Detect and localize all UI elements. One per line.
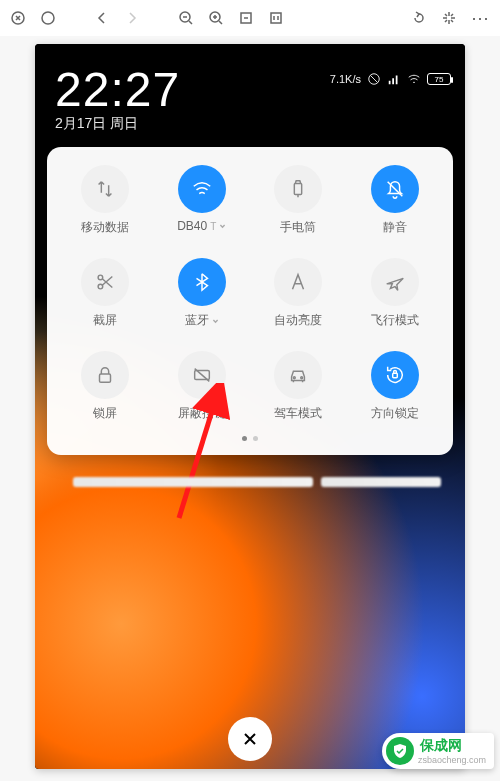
sparkle-icon[interactable] — [441, 10, 457, 26]
auto-bright-icon[interactable] — [274, 258, 322, 306]
svg-point-1 — [42, 12, 54, 24]
blurred-text — [73, 477, 313, 487]
pager-dot — [253, 436, 258, 441]
net-rate: 7.1K/s — [330, 73, 361, 85]
blurred-text — [321, 477, 441, 487]
rotation-lock-icon[interactable] — [371, 351, 419, 399]
zoom-in-icon[interactable] — [208, 10, 224, 26]
lock-header: 22:27 2月17日 周日 7.1K/s 75 — [35, 44, 465, 139]
phone-stage: 22:27 2月17日 周日 7.1K/s 75 移动数据DB40T手电筒静音截… — [35, 44, 465, 769]
lock-icon[interactable] — [81, 351, 129, 399]
signal-icon — [387, 72, 401, 86]
svg-point-12 — [294, 377, 296, 379]
tile-label: 锁屏 — [93, 405, 117, 422]
watermark-brand: 保成网 — [420, 737, 486, 755]
svg-point-8 — [98, 275, 103, 280]
tile-bluetooth[interactable]: 蓝牙 — [154, 258, 251, 329]
tile-screenshot[interactable]: 截屏 — [57, 258, 154, 329]
tile-label: 移动数据 — [81, 219, 129, 236]
quick-settings-grid: 移动数据DB40T手电筒静音截屏蓝牙自动亮度飞行模式锁屏屏蔽按键驾车模式方向锁定 — [57, 165, 443, 422]
tile-label: 手电筒 — [280, 219, 316, 236]
chevron-down-icon — [219, 219, 226, 233]
actual-size-icon[interactable] — [268, 10, 284, 26]
status-bar: 7.1K/s 75 — [330, 72, 451, 86]
chevron-down-icon — [212, 314, 219, 328]
mute-icon[interactable] — [371, 165, 419, 213]
svg-rect-5 — [271, 13, 281, 23]
shield-check-icon — [386, 737, 414, 765]
svg-rect-14 — [392, 373, 397, 378]
close-circle-icon[interactable] — [10, 10, 26, 26]
screenshot-icon[interactable] — [81, 258, 129, 306]
zoom-out-icon[interactable] — [178, 10, 194, 26]
tile-airplane[interactable]: 飞行模式 — [347, 258, 444, 329]
forward-icon[interactable] — [124, 10, 140, 26]
svg-rect-7 — [295, 184, 302, 195]
tile-block-keys[interactable]: 屏蔽按键 — [154, 351, 251, 422]
tile-wifi[interactable]: DB40T — [154, 165, 251, 236]
quick-settings-panel: 移动数据DB40T手电筒静音截屏蓝牙自动亮度飞行模式锁屏屏蔽按键驾车模式方向锁定 — [47, 147, 453, 455]
tile-rotation-lock[interactable]: 方向锁定 — [347, 351, 444, 422]
close-button[interactable] — [228, 717, 272, 761]
flashlight-icon[interactable] — [274, 165, 322, 213]
block-keys-icon[interactable] — [178, 351, 226, 399]
pager-dot-active — [242, 436, 247, 441]
svg-rect-10 — [100, 374, 111, 382]
tile-mute[interactable]: 静音 — [347, 165, 444, 236]
tile-label: 自动亮度 — [274, 312, 322, 329]
lock-time: 22:27 — [55, 62, 445, 117]
tile-label: 静音 — [383, 219, 407, 236]
airplane-icon[interactable] — [371, 258, 419, 306]
rotate-icon[interactable] — [411, 10, 427, 26]
tile-label: DB40T — [177, 219, 226, 233]
tile-mobile-data[interactable]: 移动数据 — [57, 165, 154, 236]
tile-flashlight[interactable]: 手电筒 — [250, 165, 347, 236]
drive-mode-icon[interactable] — [274, 351, 322, 399]
wifi-icon[interactable] — [178, 165, 226, 213]
wifi-status-icon — [407, 72, 421, 86]
tile-label: 截屏 — [93, 312, 117, 329]
mobile-data-icon[interactable] — [81, 165, 129, 213]
lock-date: 2月17日 周日 — [55, 115, 445, 133]
fit-icon[interactable] — [238, 10, 254, 26]
svg-point-13 — [301, 377, 303, 379]
tile-drive-mode[interactable]: 驾车模式 — [250, 351, 347, 422]
watermark-url: zsbaocheng.com — [418, 755, 486, 765]
svg-point-9 — [98, 284, 103, 289]
tile-label: 蓝牙 — [185, 312, 219, 329]
viewer-toolbar: ⋯ — [0, 0, 500, 36]
bluetooth-icon[interactable] — [178, 258, 226, 306]
tile-auto-bright[interactable]: 自动亮度 — [250, 258, 347, 329]
pager — [57, 436, 443, 441]
tile-label: 驾车模式 — [274, 405, 322, 422]
watermark: 保成网 zsbaocheng.com — [382, 733, 494, 769]
nosim-icon — [367, 72, 381, 86]
tile-label: 方向锁定 — [371, 405, 419, 422]
battery-indicator: 75 — [427, 73, 451, 85]
more-icon[interactable]: ⋯ — [471, 7, 490, 29]
tile-label: 飞行模式 — [371, 312, 419, 329]
info-circle-icon[interactable] — [40, 10, 56, 26]
tile-lock[interactable]: 锁屏 — [57, 351, 154, 422]
back-icon[interactable] — [94, 10, 110, 26]
tile-label: 屏蔽按键 — [178, 405, 226, 422]
